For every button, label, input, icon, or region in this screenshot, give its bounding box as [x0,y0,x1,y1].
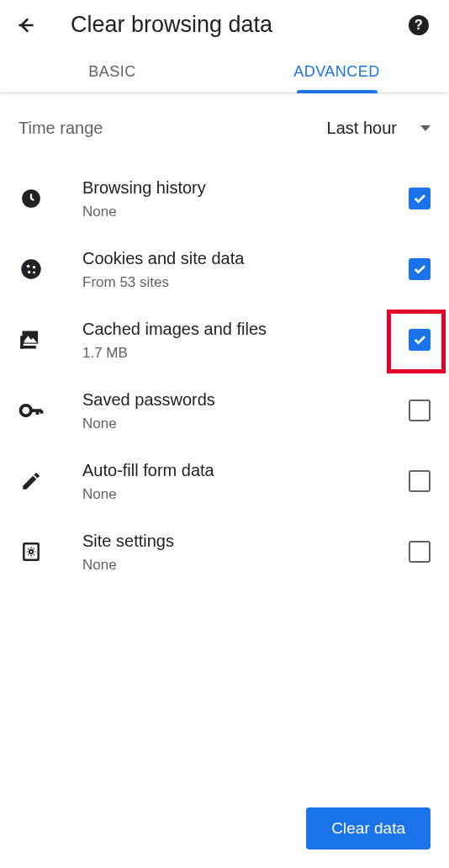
time-range-value: Last hour [327,119,397,138]
checkbox-browsing-history[interactable] [409,188,431,209]
svg-rect-10 [24,543,38,560]
checkbox-cookies[interactable] [409,258,431,280]
image-icon [18,327,44,352]
item-autofill[interactable]: Auto-fill form dataNone [0,446,449,516]
item-title: Site settings [82,530,409,553]
item-browsing-history[interactable]: Browsing historyNone [0,163,449,234]
checkbox-autofill[interactable] [409,470,431,492]
item-title: Auto-fill form data [82,459,409,482]
chevron-down-icon [420,125,431,131]
key-icon [18,398,44,423]
svg-point-4 [28,271,30,273]
cookie-icon [18,257,44,282]
item-passwords[interactable]: Saved passwordsNone [0,375,449,446]
page-title: Clear browsing data [71,12,409,38]
checkbox-site-settings[interactable] [409,541,431,563]
item-subtitle: From 53 sites [82,274,409,291]
tab-basic[interactable]: BASIC [0,50,225,93]
item-cookies[interactable]: Cookies and site dataFrom 53 sites [0,234,449,304]
item-subtitle: None [82,486,409,503]
time-range-select[interactable]: Last hour [327,119,431,138]
svg-point-2 [27,265,30,268]
item-subtitle: 1.7 MB [82,345,409,362]
clear-data-button[interactable]: Clear data [306,807,431,849]
settings-page-icon [18,539,44,564]
item-title: Saved passwords [82,389,409,411]
item-title: Cached images and files [82,318,409,341]
time-range-label: Time range [18,119,327,138]
svg-point-11 [29,550,33,553]
back-icon[interactable] [15,14,37,36]
item-subtitle: None [82,415,409,432]
svg-point-1 [21,259,40,278]
item-cached[interactable]: Cached images and files1.7 MB [0,304,449,375]
item-subtitle: None [82,557,409,574]
item-subtitle: None [82,204,409,220]
item-title: Cookies and site data [82,247,409,270]
clock-icon [18,186,44,211]
svg-point-5 [33,272,35,274]
checkbox-passwords[interactable] [409,400,431,421]
svg-rect-8 [20,336,24,348]
checkbox-cached[interactable] [409,329,431,351]
tab-advanced[interactable]: ADVANCED [225,50,449,93]
svg-point-9 [21,405,32,416]
svg-point-3 [33,266,35,268]
help-icon[interactable]: ? [409,15,429,35]
item-title: Browsing history [82,177,409,199]
item-site-settings[interactable]: Site settingsNone [0,516,449,587]
pencil-icon [18,468,44,494]
